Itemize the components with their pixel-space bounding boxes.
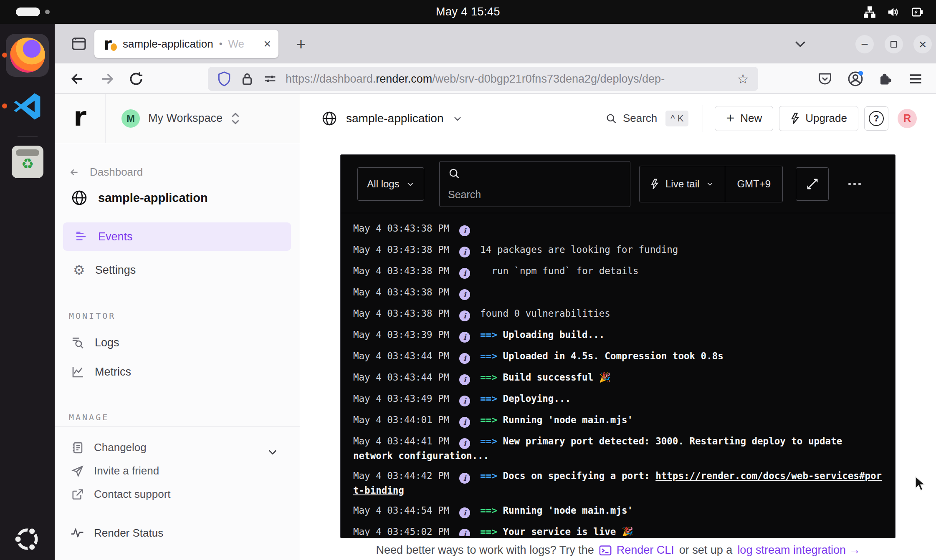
back-icon[interactable]	[70, 63, 86, 94]
battery-icon[interactable]	[910, 6, 924, 18]
mouse-cursor	[913, 476, 928, 492]
sidebar-item-changelog[interactable]: Changelog	[71, 441, 147, 454]
global-search[interactable]: Search ^ K	[605, 111, 689, 126]
plus-icon: +	[726, 111, 734, 125]
log-entry: May 4 03:43:49 PMi==>Deploying...	[353, 392, 883, 406]
bolt-icon	[650, 179, 659, 189]
log-search-input[interactable]: Search	[439, 161, 630, 207]
timezone-button[interactable]: GMT+9	[725, 166, 782, 202]
permissions-icon[interactable]	[263, 72, 277, 86]
info-icon: i	[459, 473, 470, 484]
log-message: 14 packages are looking for funding	[480, 244, 678, 255]
minimize-button[interactable]: −	[855, 35, 874, 53]
info-icon: i	[459, 289, 470, 300]
log-timestamp: May 4 03:43:44 PM	[353, 372, 449, 383]
sidebar-item-settings[interactable]: ⚙ Settings	[73, 263, 136, 277]
workspace-switcher[interactable]: M My Workspace	[106, 94, 300, 143]
log-message: Deploying...	[503, 393, 571, 404]
log-entry: May 4 03:43:38 PMi run `npm fund` for de…	[353, 264, 883, 279]
chevron-down-icon	[453, 114, 463, 124]
gear-icon: ⚙	[73, 263, 85, 277]
globe-icon	[322, 111, 337, 126]
shield-icon[interactable]	[217, 71, 231, 87]
info-icon: i	[459, 529, 470, 536]
log-timestamp: May 4 03:43:49 PM	[353, 393, 449, 404]
app-header: r M My Workspace sample-application	[55, 94, 936, 143]
close-button[interactable]: ×	[913, 35, 932, 53]
ubuntu-logo-icon[interactable]	[13, 525, 42, 554]
new-button[interactable]: + New	[715, 106, 773, 131]
user-avatar[interactable]: R	[898, 109, 917, 128]
sidebar-item-contact-support[interactable]: Contact support	[71, 488, 171, 501]
tab-close-icon[interactable]: ×	[263, 38, 271, 50]
upgrade-button[interactable]: Upgrade	[779, 106, 858, 131]
firefox-dock-icon[interactable]	[10, 38, 45, 73]
info-icon: i	[459, 310, 470, 321]
footer-text-2: or set up a	[679, 544, 733, 557]
changelog-icon	[71, 441, 84, 454]
service-name: sample-application	[346, 112, 443, 125]
arrow-left-icon	[69, 167, 80, 178]
service-breadcrumb[interactable]: sample-application	[322, 94, 463, 143]
log-filter-dropdown[interactable]: All logs	[357, 167, 424, 201]
log-entry: May 4 03:44:01 PMi==>Running 'node main.…	[353, 413, 883, 428]
sidebar-back-dashboard[interactable]: Dashboard	[69, 166, 143, 179]
log-timestamp: May 4 03:43:38 PM	[353, 265, 449, 276]
browser-tab[interactable]: r sample-application • We ×	[94, 30, 278, 58]
log-entry: May 4 03:44:41 PMi==>New primary port de…	[353, 434, 883, 462]
log-entry: May 4 03:43:38 PMi	[353, 222, 883, 236]
help-button[interactable]: ?	[864, 106, 888, 131]
system-top-bar: May 4 15:45	[0, 0, 936, 24]
sidebar-item-logs[interactable]: Logs	[71, 336, 119, 349]
render-cli-link[interactable]: Render CLI	[617, 544, 674, 557]
new-tab-button[interactable]: +	[291, 35, 311, 54]
expand-logs-button[interactable]	[796, 167, 829, 201]
log-entry: May 4 03:44:54 PMi==>Running 'node main.…	[353, 504, 883, 518]
desktop-dock: ♻	[0, 24, 55, 560]
account-icon[interactable]	[847, 63, 863, 94]
url-bar[interactable]: https://dashboard.render.com/web/srv-d0b…	[208, 67, 758, 91]
sidebar-service-name[interactable]: sample-application	[71, 190, 208, 206]
status-pulse-icon	[71, 526, 84, 540]
log-message: Build successful 🎉	[503, 372, 610, 383]
log-message: run `npm fund` for details	[480, 265, 638, 276]
log-more-menu[interactable]	[848, 183, 861, 185]
lock-icon[interactable]	[240, 71, 254, 86]
sidebar-item-metrics[interactable]: Metrics	[71, 365, 131, 378]
list-tabs-icon[interactable]	[793, 36, 808, 51]
system-clock[interactable]: May 4 15:45	[0, 0, 936, 24]
sidebar-item-invite[interactable]: Invite a friend	[71, 464, 159, 477]
log-timestamp: May 4 03:45:02 PM	[353, 526, 449, 536]
bookmark-star-icon[interactable]: ☆	[737, 71, 749, 87]
reload-icon[interactable]	[128, 63, 144, 94]
globe-icon	[71, 190, 87, 206]
log-timestamp: May 4 03:44:54 PM	[353, 505, 449, 516]
maximize-button[interactable]	[885, 35, 903, 53]
trash-dock-icon[interactable]: ♻	[12, 146, 43, 178]
vscode-running-dot	[2, 103, 7, 108]
pocket-icon[interactable]	[817, 63, 832, 94]
log-message: Your service is live 🎉	[503, 526, 633, 536]
vscode-dock-icon[interactable]	[13, 91, 43, 121]
url-text[interactable]: https://dashboard.render.com/web/srv-d0b…	[286, 73, 733, 86]
sidebar-section-monitor: MONITOR	[69, 311, 116, 321]
log-entry: May 4 03:43:44 PMi==>Build successful 🎉	[353, 371, 883, 385]
network-icon[interactable]	[863, 6, 876, 18]
sidebar-item-render-status[interactable]: Render Status	[71, 526, 163, 540]
changelog-chevron-icon[interactable]	[267, 446, 278, 458]
search-icon	[605, 113, 617, 124]
log-stream-integration-link[interactable]: log stream integration →	[737, 544, 860, 557]
sidebar-item-events[interactable]: Events	[63, 222, 291, 251]
info-icon: i	[459, 507, 470, 518]
volume-icon[interactable]	[887, 6, 899, 18]
live-tail-button[interactable]: Live tail	[640, 166, 725, 202]
render-logo[interactable]: r	[55, 94, 106, 143]
log-timestamp: May 4 03:43:44 PM	[353, 351, 449, 361]
menu-icon[interactable]	[908, 63, 923, 94]
info-icon: i	[459, 247, 470, 257]
forward-icon[interactable]	[99, 63, 115, 94]
metrics-icon	[71, 365, 85, 378]
log-lines[interactable]: May 4 03:43:38 PMi May 4 03:43:38 PMi14 …	[353, 218, 883, 536]
extensions-icon[interactable]	[878, 63, 893, 94]
firefox-view-icon[interactable]	[68, 34, 90, 54]
